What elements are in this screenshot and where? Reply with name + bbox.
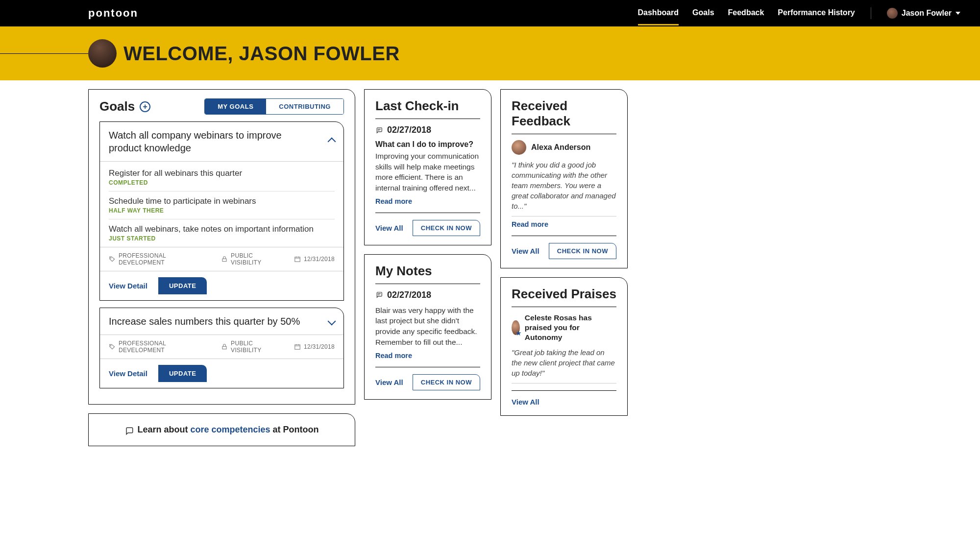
view-detail-link[interactable]: View Detail [109, 369, 147, 378]
goal-title: Increase sales numbers this quarter by 5… [109, 315, 300, 328]
nav-performance-history[interactable]: Performance History [778, 1, 855, 25]
praise-person: Celeste Rosas has praised you for Autono… [512, 313, 616, 342]
welcome-title: WELCOME, JASON FOWLER [123, 43, 400, 65]
praises-title: Received Praises [512, 287, 616, 302]
goals-card: Goals + MY GOALS CONTRIBUTING Watch all … [88, 89, 355, 405]
notes-footer: View All CHECK IN NOW [375, 367, 480, 390]
goal-category: PROFESSIONAL DEVELOPMENT [119, 340, 210, 354]
feedback-footer: View All CHECK IN NOW [512, 236, 616, 259]
view-all-link[interactable]: View All [375, 224, 403, 232]
goal-task: Schedule time to participate in webinars… [109, 192, 335, 219]
task-status: COMPLETED [109, 179, 335, 186]
update-button[interactable]: UPDATE [158, 277, 207, 294]
goal-item: Increase sales numbers this quarter by 5… [99, 308, 344, 388]
view-all-link[interactable]: View All [512, 247, 539, 255]
read-more-link[interactable]: Read more [375, 352, 412, 359]
goals-header: Goals + MY GOALS CONTRIBUTING [99, 98, 344, 115]
chevron-up-icon [328, 138, 336, 146]
view-detail-link[interactable]: View Detail [109, 282, 147, 290]
lock-icon [221, 343, 228, 350]
goal-tasks: Register for all webinars this quarter C… [100, 162, 343, 247]
update-button[interactable]: UPDATE [158, 365, 207, 382]
praises-card: Received Praises Celeste Rosas has prais… [500, 277, 628, 416]
task-text: Schedule time to participate in webinars [109, 196, 335, 206]
goal-due: 12/31/2018 [304, 256, 335, 263]
notes-body: Blair was very happy with the last proje… [375, 305, 480, 348]
read-more-link[interactable]: Read more [512, 220, 548, 228]
hero-line [0, 53, 88, 54]
tag-icon [109, 256, 116, 263]
goal-title: Watch all company webinars to improve pr… [109, 129, 305, 154]
feedback-title: Received Feedback [512, 98, 616, 129]
svg-point-3 [111, 345, 111, 346]
goal-toggle[interactable]: Watch all company webinars to improve pr… [100, 122, 343, 162]
task-text: Watch all webinars, take notes on import… [109, 224, 335, 234]
tag-icon [109, 343, 116, 350]
check-in-now-button[interactable]: CHECK IN NOW [413, 220, 480, 236]
avatar [887, 8, 898, 19]
goal-actions: View Detail UPDATE [100, 271, 343, 300]
topbar: pontoon Dashboard Goals Feedback Perform… [0, 0, 980, 26]
goal-task: Watch all webinars, take notes on import… [109, 219, 335, 247]
svg-rect-4 [222, 346, 226, 349]
notes-date: 02/27/2018 [375, 290, 480, 300]
tab-contributing[interactable]: CONTRIBUTING [266, 99, 343, 114]
checkin-card: Last Check-in 02/27/2018 What can I do t… [364, 89, 491, 245]
checkin-date: 02/27/2018 [375, 125, 480, 135]
feedback-name: Alexa Anderson [531, 143, 590, 152]
nav-feedback[interactable]: Feedback [728, 1, 764, 25]
plus-icon: + [143, 102, 147, 111]
goal-visibility: PUBLIC VISIBILITY [231, 340, 283, 354]
check-in-now-button[interactable]: CHECK IN NOW [413, 374, 480, 390]
task-status: HALF WAY THERE [109, 207, 335, 214]
learn-text: Learn about core competencies at Pontoon [137, 425, 318, 435]
goals-column: Goals + MY GOALS CONTRIBUTING Watch all … [88, 89, 355, 446]
lock-icon [221, 256, 228, 263]
avatar [512, 140, 526, 155]
task-text: Register for all webinars this quarter [109, 168, 335, 178]
goal-item: Watch all company webinars to improve pr… [99, 121, 344, 301]
user-name: Jason Fowler [902, 9, 952, 18]
user-menu[interactable]: Jason Fowler [887, 8, 960, 19]
avatar [512, 320, 520, 335]
chevron-down-icon [956, 12, 960, 15]
view-all-link[interactable]: View All [375, 378, 403, 386]
goal-meta: PROFESSIONAL DEVELOPMENT PUBLIC VISIBILI… [100, 335, 343, 359]
checkin-question: What can I do to improve? [375, 140, 480, 149]
calendar-icon [294, 256, 301, 263]
chat-icon [375, 291, 383, 298]
check-in-now-button[interactable]: CHECK IN NOW [549, 243, 616, 259]
nav-goals[interactable]: Goals [692, 1, 714, 25]
notes-card: My Notes 02/27/2018 Blair was very happy… [364, 254, 491, 400]
goal-toggle[interactable]: Increase sales numbers this quarter by 5… [100, 308, 343, 335]
checkin-title: Last Check-in [375, 98, 459, 114]
checkin-footer: View All CHECK IN NOW [375, 213, 480, 236]
praise-quote: "Great job taking the lead on the new cl… [512, 347, 616, 383]
learn-card[interactable]: Learn about core competencies at Pontoon [88, 413, 355, 446]
calendar-icon [294, 343, 301, 350]
nav-dashboard[interactable]: Dashboard [638, 1, 679, 25]
core-competencies-link[interactable]: core competencies [190, 425, 270, 434]
tab-my-goals[interactable]: MY GOALS [205, 99, 266, 114]
svg-point-0 [111, 258, 111, 258]
nav-divider [871, 7, 871, 19]
goal-actions: View Detail UPDATE [100, 359, 343, 388]
chat-icon [375, 127, 383, 134]
read-more-link[interactable]: Read more [375, 197, 412, 205]
main-nav: Dashboard Goals Feedback Performance His… [638, 1, 961, 25]
goal-task: Register for all webinars this quarter C… [109, 164, 335, 192]
feedback-person: Alexa Anderson [512, 140, 616, 155]
feedback-quote: "I think you did a good job communicatin… [512, 160, 616, 216]
chevron-down-icon [328, 317, 336, 326]
svg-rect-5 [295, 345, 300, 349]
hero-avatar [88, 39, 117, 68]
view-all-link[interactable]: View All [512, 398, 539, 406]
welcome-hero: WELCOME, JASON FOWLER [0, 26, 980, 80]
add-goal-button[interactable]: + [140, 101, 150, 112]
feedback-card: Received Feedback Alexa Anderson "I thin… [500, 89, 628, 268]
praises-footer: View All [512, 390, 616, 407]
goal-category: PROFESSIONAL DEVELOPMENT [119, 252, 210, 266]
goal-due: 12/31/2018 [304, 343, 335, 350]
goal-visibility: PUBLIC VISIBILITY [231, 252, 283, 266]
middle-column: Last Check-in 02/27/2018 What can I do t… [364, 89, 491, 400]
